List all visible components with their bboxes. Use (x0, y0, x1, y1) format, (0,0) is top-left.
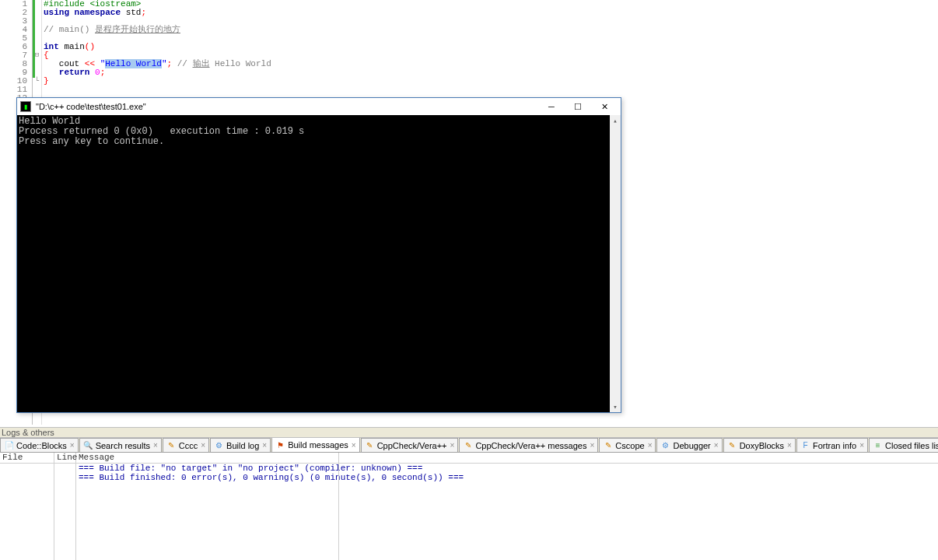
tab-close-icon[interactable]: × (352, 441, 356, 450)
tab-close-icon[interactable]: × (590, 441, 594, 450)
tab-label: Search results (96, 441, 150, 450)
tab-code-blocks[interactable]: 📄Code::Blocks× (0, 438, 79, 452)
tab-icon: 🔍 (83, 440, 93, 450)
scroll-up-icon[interactable]: ▴ (610, 115, 621, 126)
build-messages-panel: File Line Message === Build file: "no ta… (0, 453, 938, 560)
tab-close-icon[interactable]: × (201, 441, 205, 450)
tab-label: Closed files list (885, 441, 938, 450)
tab-label: Code::Blocks (16, 441, 67, 450)
tab-icon: ⚙ (660, 440, 670, 450)
tab-icon: ✎ (727, 440, 737, 450)
header-file[interactable]: File (0, 453, 54, 463)
tab-close-icon[interactable]: × (787, 441, 792, 450)
tab-label: Build log (226, 441, 259, 450)
bottom-tabs: 📄Code::Blocks×🔍Search results×✎Cccc×⚙Bui… (0, 438, 938, 453)
console-icon: ▮ (20, 101, 31, 112)
message-file-col (0, 464, 54, 560)
header-line[interactable]: Line (54, 453, 76, 463)
change-marker (33, 0, 35, 78)
tab-closed-files-list[interactable]: ≡Closed files list× (869, 438, 938, 452)
tab-label: Debugger (673, 441, 710, 450)
message-line-col (54, 464, 76, 560)
tab-label: Cscope (615, 441, 644, 450)
tab-doxyblocks[interactable]: ✎DoxyBlocks× (723, 438, 796, 452)
scroll-down-icon[interactable]: ▾ (610, 401, 621, 412)
minimize-button[interactable]: ─ (538, 99, 565, 114)
tab-label: DoxyBlocks (740, 441, 784, 450)
tab-label: CppCheck/Vera++ (377, 441, 447, 450)
tab-icon: ✎ (166, 440, 177, 450)
tab-icon: ✎ (365, 440, 375, 450)
console-title: "D:\c++ code\test\test01.exe" (36, 102, 538, 111)
tab-close-icon[interactable]: × (262, 441, 267, 450)
tab-icon: 📄 (4, 440, 14, 450)
tab-icon: ≡ (873, 440, 883, 450)
message-row[interactable]: === Build finished: 0 error(s), 0 warnin… (76, 473, 938, 482)
maximize-button[interactable]: ☐ (565, 99, 591, 114)
console-window: ▮ "D:\c++ code\test\test01.exe" ─ ☐ ✕ He… (16, 97, 621, 413)
tab-close-icon[interactable]: × (153, 441, 158, 450)
tab-debugger[interactable]: ⚙Debugger× (656, 438, 722, 452)
tab-label: Cccc (179, 441, 198, 450)
tab-label: Fortran info (813, 441, 856, 450)
console-titlebar[interactable]: ▮ "D:\c++ code\test\test01.exe" ─ ☐ ✕ (17, 98, 621, 115)
tab-close-icon[interactable]: × (714, 441, 719, 450)
tab-close-icon[interactable]: × (648, 441, 653, 450)
tab-search-results[interactable]: 🔍Search results× (79, 438, 162, 452)
tab-close-icon[interactable]: × (70, 441, 75, 450)
close-button[interactable]: ✕ (591, 99, 618, 114)
message-list[interactable]: === Build file: "no target" in "no proje… (76, 464, 938, 560)
tab-label: Build messages (288, 440, 348, 450)
tab-fortran-info[interactable]: FFortran info× (796, 438, 868, 452)
tab-cccc[interactable]: ✎Cccc× (163, 438, 209, 452)
tab-close-icon[interactable]: × (859, 441, 864, 450)
tab-label: CppCheck/Vera++ messages (475, 441, 586, 450)
tab-cppcheck-vera-[interactable]: ✎CppCheck/Vera++× (361, 438, 459, 452)
scroll-track[interactable] (610, 126, 621, 401)
tab-icon: ✎ (463, 440, 473, 450)
message-row[interactable]: === Build file: "no target" in "no proje… (76, 464, 938, 473)
tab-build-log[interactable]: ⚙Build log× (210, 438, 271, 452)
logs-panel-title: Logs & others (0, 427, 938, 438)
tab-icon: ✎ (603, 440, 613, 450)
console-output[interactable]: Hello World Process returned 0 (0x0) exe… (17, 115, 621, 412)
tab-cppcheck-vera-messages[interactable]: ✎CppCheck/Vera++ messages× (459, 438, 598, 452)
tab-icon: ⚙ (214, 440, 224, 450)
tab-close-icon[interactable]: × (450, 441, 455, 450)
tab-cscope[interactable]: ✎Cscope× (599, 438, 656, 452)
tab-icon: ⚑ (275, 440, 285, 450)
console-scrollbar[interactable]: ▴ ▾ (610, 115, 621, 412)
header-message[interactable]: Message (76, 453, 938, 463)
message-headers: File Line Message (0, 453, 938, 464)
tab-icon: F (800, 440, 810, 450)
tab-build-messages[interactable]: ⚑Build messages× (271, 438, 360, 452)
panel-divider[interactable] (338, 453, 339, 560)
